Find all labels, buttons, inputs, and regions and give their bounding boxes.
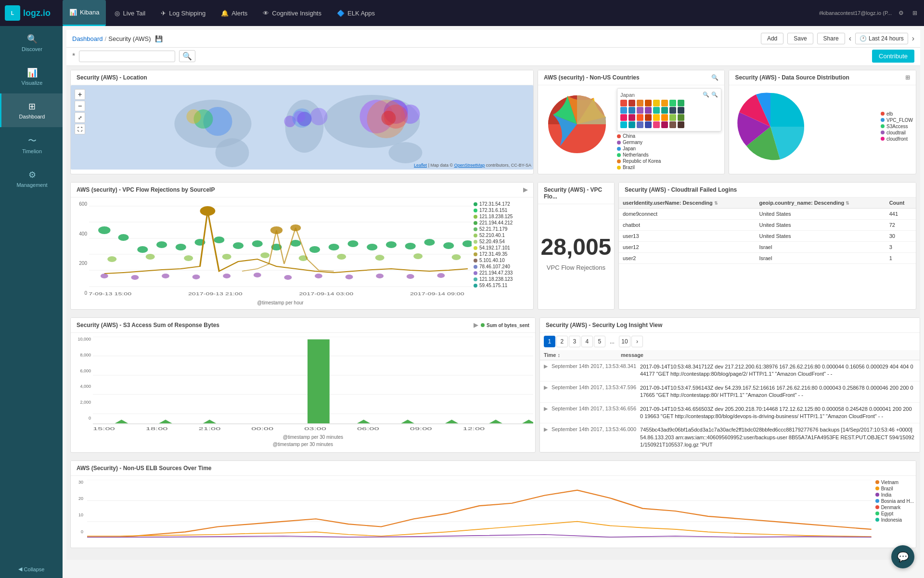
share-button[interactable]: Share — [817, 33, 845, 44]
page-btn-5[interactable]: 5 — [594, 336, 605, 347]
color-cell[interactable] — [629, 121, 635, 128]
sidebar-item-discover[interactable]: 🔍 Discover — [0, 26, 63, 60]
color-search-icon[interactable]: 🔍 — [703, 92, 709, 98]
map-fit[interactable]: ⤢ — [75, 112, 85, 123]
svg-point-32 — [118, 234, 128, 241]
color-cell[interactable] — [669, 121, 676, 128]
prev-time-icon[interactable]: ‹ — [849, 34, 851, 43]
color-cell[interactable] — [645, 100, 652, 106]
sidebar-item-visualize[interactable]: 📊 Visualize — [0, 60, 63, 93]
color-cell[interactable] — [653, 100, 660, 106]
color-cell[interactable] — [669, 107, 676, 114]
dashboard-save-icon[interactable]: 💾 — [155, 35, 163, 42]
color-cell[interactable] — [637, 100, 643, 106]
map-zoom-in[interactable]: + — [75, 89, 85, 100]
color-cell[interactable] — [620, 114, 627, 121]
color-cell[interactable] — [678, 114, 684, 121]
nav-alerts[interactable]: 🔔 Alerts — [214, 0, 254, 26]
color-cell[interactable] — [661, 107, 668, 114]
color-cell[interactable] — [669, 100, 676, 106]
leaflet-link[interactable]: Leaflet — [414, 163, 427, 168]
page-next[interactable]: › — [631, 336, 643, 347]
color-cell[interactable] — [645, 107, 652, 114]
legend-item-germany: Germany — [617, 140, 722, 145]
log-expand-3[interactable]: ▶ — [544, 406, 548, 420]
color-cell[interactable] — [653, 114, 660, 121]
svg-point-7 — [388, 142, 422, 163]
app-logo[interactable]: L logz.io — [5, 5, 63, 21]
panel-vpc-legend-toggle[interactable]: ▶ — [523, 186, 527, 193]
settings-icon[interactable]: ⚙ — [897, 8, 906, 18]
page-btn-1[interactable]: 1 — [544, 336, 555, 347]
svg-text:2017-09-13 15:00: 2017-09-13 15:00 — [89, 291, 132, 297]
color-cell[interactable] — [661, 114, 668, 121]
color-cell[interactable] — [629, 107, 635, 114]
color-cell[interactable] — [678, 107, 684, 114]
account-label[interactable]: #kibanacontest17@logz.io (P... — [819, 10, 892, 16]
panel-location-header: Security (AWS) - Location — [71, 70, 533, 85]
legend-item-cloudfront: cloudfront — [881, 136, 913, 142]
nav-logshipping[interactable]: ✈ Log Shipping — [154, 0, 212, 26]
search-input[interactable] — [79, 51, 175, 62]
sidebar-item-management[interactable]: ⚙ Management — [0, 162, 63, 196]
color-cell[interactable] — [620, 100, 627, 106]
dashboard-icon: ⊞ — [28, 101, 36, 112]
color-cell[interactable] — [653, 121, 660, 128]
search-button[interactable]: 🔍 — [179, 50, 195, 62]
color-cell[interactable] — [645, 114, 652, 121]
clock-icon: 🕐 — [860, 35, 867, 42]
log-expand-1[interactable]: ▶ — [544, 363, 548, 378]
log-expand-2[interactable]: ▶ — [544, 384, 548, 399]
svg-point-61 — [376, 274, 384, 278]
sidebar-item-timelion[interactable]: 〜 Timelion — [0, 127, 63, 162]
legend-vpc-7: 52.20.49.54 — [474, 239, 531, 244]
color-cell[interactable] — [620, 121, 627, 128]
log-expand-4[interactable]: ▶ — [544, 426, 548, 448]
color-cell[interactable] — [678, 121, 684, 128]
log-time-2: September 14th 2017, 13:53:47.596 — [552, 384, 636, 399]
add-button[interactable]: Add — [761, 33, 783, 44]
apps-icon[interactable]: ⊞ — [911, 8, 919, 18]
color-cell[interactable] — [637, 114, 643, 121]
nav-kibana[interactable]: 📊 Kibana — [63, 0, 106, 26]
color-cell[interactable] — [620, 107, 627, 114]
page-btn-3[interactable]: 3 — [569, 336, 580, 347]
color-cell[interactable] — [637, 121, 643, 128]
color-cell[interactable] — [653, 107, 660, 114]
osm-link[interactable]: OpenStreetMap — [454, 163, 485, 168]
legend-vpc-4: 221.194.44.212 — [474, 220, 531, 225]
page-btn-10[interactable]: 10 — [619, 336, 630, 347]
map-attribution: Leaflet | Map data © OpenStreetMap contr… — [414, 163, 531, 168]
time-filter[interactable]: 🕐 Last 24 hours — [855, 33, 908, 44]
nav-livetail[interactable]: ◎ Live Tail — [108, 0, 152, 26]
next-time-icon[interactable]: › — [912, 34, 914, 43]
color-cell[interactable] — [661, 121, 668, 128]
contribute-button[interactable]: Contribute — [872, 50, 914, 63]
color-cell[interactable] — [678, 100, 684, 106]
color-cell[interactable] — [669, 114, 676, 121]
map-fullscreen[interactable]: ⛶ — [75, 124, 85, 134]
color-cell[interactable] — [629, 114, 635, 121]
star-button[interactable]: * — [72, 52, 75, 61]
sort-username[interactable]: ⇅ — [714, 201, 718, 206]
data-source-legend: elb VPC_FLOW S3Access cloudtrail — [881, 111, 913, 143]
collapse-button[interactable]: ◀ Collapse — [0, 560, 63, 564]
save-button[interactable]: Save — [787, 33, 813, 44]
sort-country[interactable]: ⇅ — [846, 201, 849, 206]
panel-search-icon[interactable]: 🔍 — [711, 74, 719, 81]
legend-dot-vpcflow — [881, 118, 885, 122]
color-cell[interactable] — [629, 100, 635, 106]
page-btn-4[interactable]: 4 — [581, 336, 593, 347]
panel-data-source-icon[interactable]: ⊞ — [905, 74, 910, 81]
nav-elk[interactable]: 🔷 ELK Apps — [330, 0, 382, 26]
color-cell[interactable] — [645, 121, 652, 128]
nav-cognitive[interactable]: 👁 Cognitive Insights — [256, 0, 328, 26]
color-cell[interactable] — [637, 107, 643, 114]
color-zoom-icon[interactable]: 🔍 — [711, 92, 718, 98]
sidebar-item-dashboard[interactable]: ⊞ Dashboard — [0, 93, 63, 127]
breadcrumb-dashboard[interactable]: Dashboard — [72, 35, 103, 42]
color-cell[interactable] — [661, 100, 668, 106]
page-btn-2[interactable]: 2 — [556, 336, 568, 347]
s3-legend-toggle[interactable]: ▶ — [474, 322, 478, 328]
map-zoom-out[interactable]: − — [75, 101, 85, 111]
